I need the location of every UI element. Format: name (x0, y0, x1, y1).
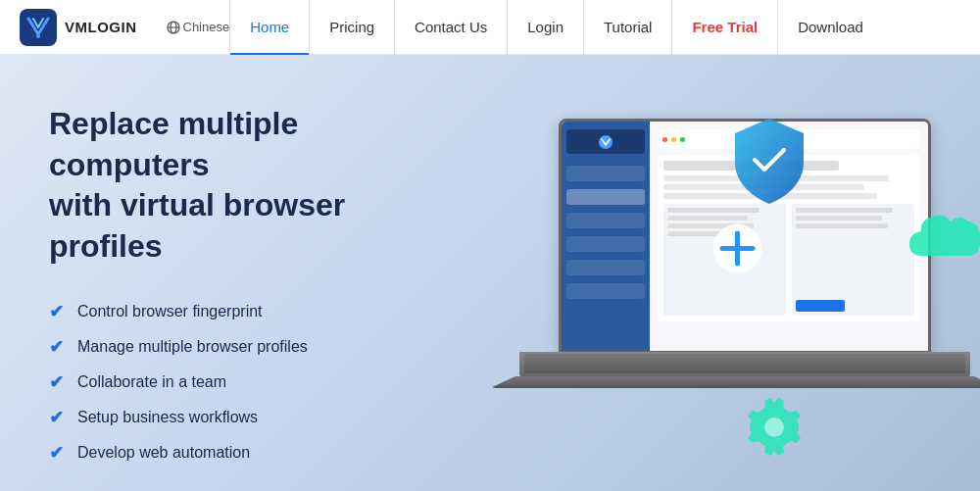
svg-point-1 (36, 34, 40, 38)
laptop-keyboard (524, 354, 965, 373)
hero-left: Replace multiple computerswith virtual b… (0, 55, 470, 491)
screen-cols (663, 204, 914, 316)
screen-btn (796, 300, 845, 312)
feature-text-2: Manage multiple browser profiles (77, 338, 308, 356)
sidebar-item (566, 189, 645, 205)
feature-text-1: Control browser fingerprint (77, 303, 263, 320)
screen-logo (566, 129, 645, 154)
brand-name: VMLOGIN (65, 19, 137, 35)
feature-text-5: Develop web automation (77, 444, 250, 462)
sidebar-item (566, 166, 645, 181)
hero-right (470, 55, 980, 491)
feature-item: ✔ Collaborate in a team (49, 371, 431, 393)
col-line (796, 208, 893, 213)
shield-decoration-icon (730, 114, 808, 207)
nav-pricing[interactable]: Pricing (310, 0, 395, 55)
navbar: VMLOGIN Chinese Home Pricing Contact Us … (0, 0, 980, 55)
feature-item: ✔ Develop web automation (49, 442, 431, 464)
logo-icon (20, 9, 57, 46)
feature-item: ✔ Setup business workflows (49, 407, 431, 428)
nav-home[interactable]: Home (229, 0, 310, 55)
sidebar-item (566, 283, 645, 299)
col-line (796, 216, 882, 221)
svg-point-9 (599, 135, 612, 149)
nav-tutorial[interactable]: Tutorial (584, 0, 672, 55)
language-label: Chinese (183, 20, 230, 34)
gear-decoration-icon (740, 393, 808, 462)
nav-contact[interactable]: Contact Us (395, 0, 508, 55)
nav-download[interactable]: Download (778, 0, 883, 55)
check-icon-4: ✔ (49, 407, 64, 428)
feature-item: ✔ Manage multiple browser profiles (49, 336, 431, 358)
hero-title: Replace multiple computerswith virtual b… (49, 104, 431, 267)
sidebar-item (566, 213, 645, 228)
cloud-decoration-icon (902, 202, 980, 266)
sidebar-item (566, 236, 645, 252)
col-line (796, 223, 888, 228)
feature-list: ✔ Control browser fingerprint ✔ Manage m… (49, 301, 431, 464)
feature-text-4: Setup business workflows (77, 409, 258, 426)
screen-dot-red (662, 137, 667, 142)
language-selector[interactable]: Chinese (167, 20, 230, 34)
nav-links: Home Pricing Contact Us Login Tutorial F… (229, 0, 960, 55)
hero-section: Replace multiple computerswith virtual b… (0, 55, 980, 491)
screen-col-right (792, 204, 914, 316)
nav-login[interactable]: Login (508, 0, 584, 55)
screen-sidebar (562, 122, 650, 351)
logo-area[interactable]: VMLOGIN (20, 9, 137, 46)
check-icon-3: ✔ (49, 371, 64, 393)
col-line (667, 208, 760, 213)
feature-item: ✔ Control browser fingerprint (49, 301, 431, 322)
screen-dot-yellow (671, 137, 676, 142)
feature-text-3: Collaborate in a team (77, 373, 226, 391)
check-icon-5: ✔ (49, 442, 64, 464)
plus-decoration-icon (710, 221, 764, 275)
col-line (667, 216, 748, 221)
sidebar-item (566, 260, 645, 275)
nav-free-trial[interactable]: Free Trial (672, 0, 778, 55)
check-icon-1: ✔ (49, 301, 64, 322)
globe-icon (167, 21, 180, 34)
check-icon-2: ✔ (49, 336, 64, 358)
svg-point-8 (764, 417, 784, 437)
screen-dot-green (680, 137, 685, 142)
